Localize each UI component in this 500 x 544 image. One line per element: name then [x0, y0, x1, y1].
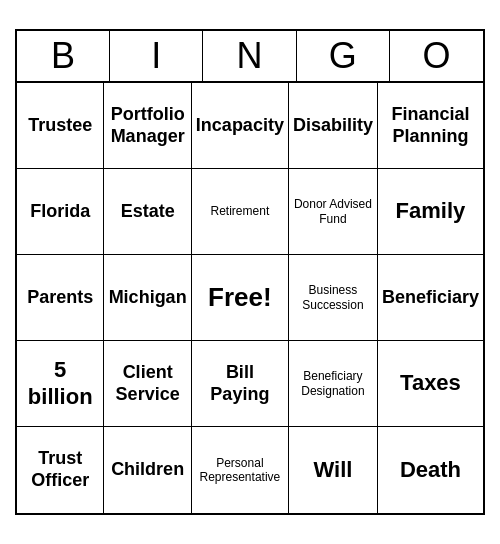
- bingo-cell: Estate: [104, 169, 191, 255]
- header-letter: N: [203, 31, 296, 81]
- bingo-cell: Personal Representative: [192, 427, 289, 513]
- header-letter: O: [390, 31, 483, 81]
- header-letter: G: [297, 31, 390, 81]
- bingo-cell: Beneficiary: [378, 255, 483, 341]
- bingo-cell: Will: [289, 427, 378, 513]
- bingo-cell: Beneficiary Designation: [289, 341, 378, 427]
- bingo-cell: Free!: [192, 255, 289, 341]
- bingo-cell: Trustee: [17, 83, 104, 169]
- bingo-cell: Financial Planning: [378, 83, 483, 169]
- bingo-cell: Business Succession: [289, 255, 378, 341]
- bingo-cell: Taxes: [378, 341, 483, 427]
- bingo-cell: Children: [104, 427, 191, 513]
- bingo-cell: Retirement: [192, 169, 289, 255]
- bingo-grid: TrusteePortfolio ManagerIncapacityDisabi…: [17, 83, 483, 513]
- bingo-cell: Portfolio Manager: [104, 83, 191, 169]
- bingo-cell: Disability: [289, 83, 378, 169]
- bingo-cell: Incapacity: [192, 83, 289, 169]
- bingo-cell: Parents: [17, 255, 104, 341]
- bingo-cell: Trust Officer: [17, 427, 104, 513]
- bingo-header: BINGO: [17, 31, 483, 83]
- bingo-cell: Michigan: [104, 255, 191, 341]
- header-letter: B: [17, 31, 110, 81]
- bingo-cell: Family: [378, 169, 483, 255]
- header-letter: I: [110, 31, 203, 81]
- bingo-card: BINGO TrusteePortfolio ManagerIncapacity…: [15, 29, 485, 515]
- bingo-cell: Bill Paying: [192, 341, 289, 427]
- bingo-cell: 5 billion: [17, 341, 104, 427]
- bingo-cell: Donor Advised Fund: [289, 169, 378, 255]
- bingo-cell: Death: [378, 427, 483, 513]
- bingo-cell: Florida: [17, 169, 104, 255]
- bingo-cell: Client Service: [104, 341, 191, 427]
